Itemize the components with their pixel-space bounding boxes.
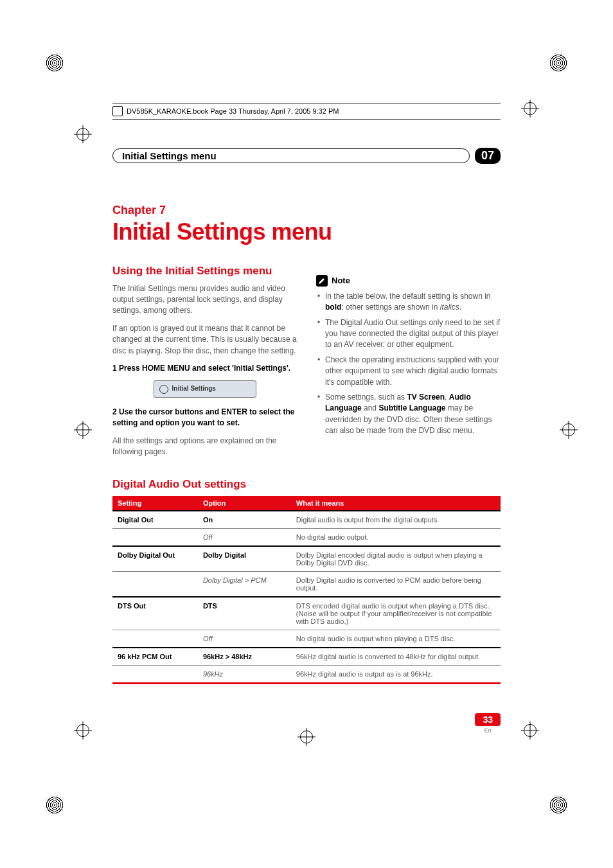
table-row: Digital Out On Digital audio is output f…: [112, 511, 501, 529]
registration-mark: [45, 795, 64, 815]
crosshair-mark: [521, 100, 539, 118]
cell-desc: Dolby Digital encoded digital audio is o…: [291, 546, 501, 572]
page-lang: En: [475, 727, 501, 734]
left-column: Using the Initial Settings menu The Init…: [112, 263, 297, 464]
crosshair-mark: [74, 421, 92, 439]
registration-mark: [549, 795, 568, 815]
crosshair-mark: [74, 722, 92, 740]
initial-settings-box: Initial Settings: [154, 380, 256, 398]
table-header-row: Setting Option What it means: [112, 496, 501, 511]
cell-desc: DTS encoded digital audio is output when…: [291, 597, 501, 630]
cell-setting: [112, 630, 198, 648]
cell-desc: Dolby Digital audio is converted to PCM …: [291, 572, 501, 598]
book-icon: [112, 106, 123, 116]
explained-paragraph: All the settings and options are explain…: [112, 436, 297, 458]
using-heading: Using the Initial Settings menu: [112, 263, 297, 279]
step-2: 2 Use the cursor buttons and ENTER to se…: [112, 407, 297, 429]
cell-setting: [112, 666, 198, 684]
cell-option: On: [198, 511, 291, 529]
note-bullet-1: In the table below, the default setting …: [316, 291, 501, 314]
col-option: Option: [198, 496, 291, 511]
section-badge: 07: [475, 148, 501, 164]
cell-option: 96kHz > 48kHz: [198, 648, 291, 666]
cell-desc: Digital audio is output from the digital…: [291, 511, 501, 529]
cell-option: Off: [198, 529, 291, 547]
digital-audio-heading: Digital Audio Out settings: [112, 478, 501, 491]
chapter-title: Initial Settings menu: [112, 218, 501, 245]
intro-paragraph: The Initial Settings menu provides audio…: [112, 283, 297, 317]
note-label: Note: [332, 275, 350, 287]
cell-option: Dolby Digital > PCM: [198, 572, 291, 598]
pencil-icon: [316, 275, 328, 287]
crosshair-mark: [74, 125, 92, 143]
settings-table: Setting Option What it means Digital Out…: [112, 496, 501, 684]
initial-settings-label: Initial Settings: [172, 384, 216, 394]
note-bullet-2: The Digital Audio Out settings only need…: [316, 317, 501, 351]
book-header: DV585K_KARAOKE.book Page 33 Thursday, Ap…: [112, 103, 501, 120]
note-bullet-3: Check the operating instructions supplie…: [316, 355, 501, 388]
table-row: Dolby Digital Out Dolby Digital Dolby Di…: [112, 546, 501, 572]
cell-setting: [112, 572, 198, 598]
cell-desc: No digital audio output.: [291, 529, 501, 547]
cell-setting: DTS Out: [112, 597, 198, 630]
table-row: Off No digital audio is output when play…: [112, 630, 501, 648]
right-column: Note In the table below, the default set…: [316, 263, 501, 464]
page-content: Initial Settings menu 07 Chapter 7 Initi…: [112, 148, 501, 684]
cell-option: Dolby Digital: [198, 546, 291, 572]
crosshair-mark: [298, 728, 315, 746]
grayed-paragraph: If an option is grayed out it means that…: [112, 323, 297, 357]
table-row: 96kHz 96kHz digital audio is output as i…: [112, 666, 501, 684]
table-body: Digital Out On Digital audio is output f…: [112, 511, 501, 684]
table-row: Dolby Digital > PCM Dolby Digital audio …: [112, 572, 501, 598]
col-meaning: What it means: [291, 496, 501, 511]
registration-mark: [549, 53, 568, 73]
note-header: Note: [316, 275, 501, 287]
page-number: 33: [475, 713, 501, 726]
table-row: 96 kHz PCM Out 96kHz > 48kHz 96kHz digit…: [112, 648, 501, 666]
section-title: Initial Settings menu: [112, 148, 470, 163]
cell-option: 96kHz: [198, 666, 291, 684]
table-row: Off No digital audio output.: [112, 529, 501, 547]
cell-setting: Digital Out: [112, 511, 198, 529]
note-bullet-4: Some settings, such as TV Screen, Audio …: [316, 392, 501, 437]
cell-option: Off: [198, 630, 291, 648]
cell-setting: 96 kHz PCM Out: [112, 648, 198, 666]
cell-setting: [112, 529, 198, 547]
cell-desc: 96kHz digital audio is converted to 48kH…: [291, 648, 501, 666]
step-1: 1 Press HOME MENU and select 'Initial Se…: [112, 363, 297, 374]
crosshair-mark: [521, 722, 539, 740]
chapter-label: Chapter 7: [112, 204, 501, 217]
crosshair-mark: [560, 421, 578, 439]
note-bullets: In the table below, the default setting …: [316, 291, 501, 437]
section-header: Initial Settings menu 07: [112, 148, 501, 164]
cell-setting: Dolby Digital Out: [112, 546, 198, 572]
table-row: DTS Out DTS DTS encoded digital audio is…: [112, 597, 501, 630]
page-number-block: 33 En: [475, 713, 501, 734]
cell-desc: 96kHz digital audio is output as is at 9…: [291, 666, 501, 684]
registration-mark: [45, 53, 64, 73]
cell-option: DTS: [198, 597, 291, 630]
book-header-text: DV585K_KARAOKE.book Page 33 Thursday, Ap…: [127, 107, 339, 115]
disc-icon: [159, 385, 168, 394]
cell-desc: No digital audio is output when playing …: [291, 630, 501, 648]
col-setting: Setting: [112, 496, 198, 511]
